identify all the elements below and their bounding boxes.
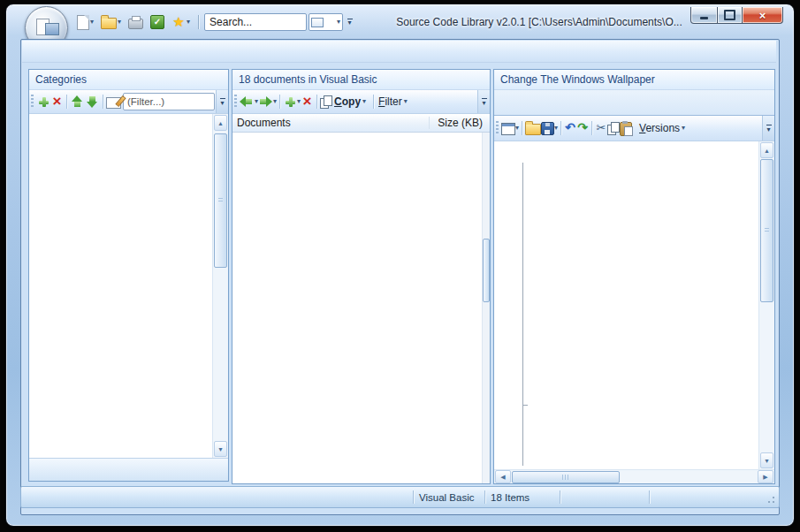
scrollbar-thumb[interactable] xyxy=(483,239,490,302)
documents-toolbar: ▾ ▾ ▾ × Copy▾ Filter▾ ▾ xyxy=(232,90,490,114)
category-tree xyxy=(29,114,212,458)
paste-icon[interactable] xyxy=(620,122,632,136)
spell-check-icon: ✓ xyxy=(150,15,164,29)
toolbar-separator xyxy=(66,95,67,109)
scroll-down-icon[interactable]: ▼ xyxy=(214,441,227,457)
toolbar-grip[interactable] xyxy=(496,121,499,135)
search-scope-icon xyxy=(311,18,324,27)
maximize-button[interactable] xyxy=(717,7,743,24)
toolbar-grip[interactable] xyxy=(31,95,34,109)
copy-button[interactable]: Copy xyxy=(332,95,362,108)
search-scope-combo[interactable]: ▾ xyxy=(309,13,343,31)
scroll-down-icon[interactable]: ▼ xyxy=(760,452,773,468)
categories-header: Categories xyxy=(29,70,228,90)
resize-grip[interactable] xyxy=(766,495,776,505)
status-separator xyxy=(560,490,560,504)
print-button[interactable] xyxy=(126,13,146,31)
category-filter-input[interactable] xyxy=(123,93,215,110)
fold-guide-line xyxy=(522,163,523,466)
chevron-down-icon: ▾ xyxy=(482,100,485,106)
toolbar-separator xyxy=(103,95,103,109)
window-title: Source Code Library v2.0.1 [C:\Users\Adm… xyxy=(389,16,690,28)
delete-document-icon[interactable]: × xyxy=(301,95,314,109)
versions-button[interactable]: Versions xyxy=(637,122,682,134)
chevron-down-icon[interactable]: ▾ xyxy=(515,125,519,132)
status-item-count: 18 Items xyxy=(485,492,560,503)
screen: { "window": { "title": "Source Code Libr… xyxy=(0,0,800,532)
chevron-down-icon[interactable]: ▾ xyxy=(554,125,558,132)
chevron-down-icon[interactable]: ▾ xyxy=(404,98,408,105)
toolbar-overflow-button[interactable]: ▾ xyxy=(762,116,774,141)
categories-panel: Categories × ▾ ▲ ▼ xyxy=(28,69,229,482)
back-icon[interactable] xyxy=(240,95,255,109)
add-category-icon[interactable] xyxy=(36,95,50,109)
documents-scrollbar[interactable] xyxy=(482,133,490,483)
toolbar-options-button[interactable]: ▾ xyxy=(345,15,354,29)
new-document-button[interactable]: ▾ xyxy=(74,13,96,32)
viewer-toolbar: ▾ ▾ ↶ ↷ ✂ Versions▾ ▾ xyxy=(494,116,774,141)
fold-guide-line xyxy=(522,344,523,406)
scroll-left-icon[interactable]: ◀ xyxy=(495,470,511,483)
save-icon[interactable] xyxy=(541,122,554,135)
chevron-down-icon[interactable]: ▾ xyxy=(362,98,366,105)
minimize-icon xyxy=(700,17,708,19)
code-editor[interactable] xyxy=(494,141,758,469)
code-horizontal-scrollbar[interactable]: ◀ ▶ xyxy=(494,469,774,483)
open-folder-icon xyxy=(101,18,117,29)
toolbar-overflow-button[interactable]: ▾ xyxy=(477,90,490,113)
toolbar-separator xyxy=(560,121,561,135)
close-button[interactable]: × xyxy=(742,7,783,24)
status-separator xyxy=(649,490,650,504)
scrollbar-thumb[interactable] xyxy=(760,159,773,302)
status-category: Visual Basic xyxy=(414,492,484,503)
toolbar-separator xyxy=(591,121,592,135)
chevron-down-icon[interactable]: ▾ xyxy=(273,98,277,105)
forward-icon[interactable] xyxy=(258,95,273,109)
rename-category-icon[interactable] xyxy=(106,97,121,109)
spell-check-button[interactable]: ✓ xyxy=(148,13,167,31)
toolbar-separator xyxy=(279,95,280,109)
viewer-tabs xyxy=(494,90,774,116)
cut-icon[interactable]: ✂ xyxy=(595,121,607,135)
documents-panel: 18 documents in Visual Basic ▾ ▾ ▾ × Cop… xyxy=(232,69,491,484)
code-vertical-scrollbar[interactable]: ▲ ▼ xyxy=(758,141,774,469)
filter-button[interactable]: Filter xyxy=(377,95,404,108)
column-documents[interactable]: Documents xyxy=(232,117,429,129)
scroll-up-icon[interactable]: ▲ xyxy=(760,142,773,158)
delete-category-icon[interactable]: × xyxy=(50,95,64,109)
undo-icon[interactable]: ↶ xyxy=(564,121,576,135)
scrollbar-thumb[interactable] xyxy=(512,471,620,483)
search-input[interactable] xyxy=(204,13,307,31)
viewer-header: Change The Windows Wallpaper xyxy=(494,70,774,90)
toolbar-separator xyxy=(373,95,374,109)
documents-column-header: Documents Size (KB) xyxy=(232,114,490,133)
document-viewer-panel: Change The Windows Wallpaper ▾ ▾ ↶ ↷ ✂ V… xyxy=(493,69,775,484)
chevron-down-icon[interactable]: ▾ xyxy=(682,125,685,132)
minimize-button[interactable] xyxy=(690,7,718,24)
new-document-icon xyxy=(77,15,89,30)
chevron-down-icon: ▾ xyxy=(118,19,121,26)
move-up-icon[interactable] xyxy=(70,95,85,109)
open-folder-icon[interactable] xyxy=(525,124,541,135)
scrollbar-thumb[interactable] xyxy=(214,133,227,268)
scroll-right-icon[interactable]: ▶ xyxy=(758,470,773,483)
favorites-button[interactable]: ★▾ xyxy=(169,13,193,31)
toolbar-overflow-button[interactable]: ▾ xyxy=(216,90,228,113)
redo-icon[interactable]: ↷ xyxy=(576,121,589,135)
move-down-icon[interactable] xyxy=(85,95,100,109)
toolbar-grip[interactable] xyxy=(234,95,237,109)
add-document-icon[interactable] xyxy=(283,95,297,109)
copy-icon[interactable] xyxy=(607,122,620,135)
window-controls: × xyxy=(690,7,783,24)
documents-header: 18 documents in Visual Basic xyxy=(232,70,490,90)
chevron-down-icon: ▾ xyxy=(337,19,340,26)
tree-scrollbar[interactable]: ▲ ▼ xyxy=(212,114,228,458)
open-folder-button[interactable]: ▾ xyxy=(98,13,124,31)
print-icon xyxy=(128,19,143,29)
scroll-up-icon[interactable]: ▲ xyxy=(214,115,227,131)
external-window-icon[interactable] xyxy=(501,123,515,135)
column-size[interactable]: Size (KB) xyxy=(429,117,490,129)
chevron-down-icon: ▾ xyxy=(348,20,352,26)
copy-icon[interactable] xyxy=(320,95,332,109)
categories-bottom-toolbar xyxy=(29,458,228,481)
